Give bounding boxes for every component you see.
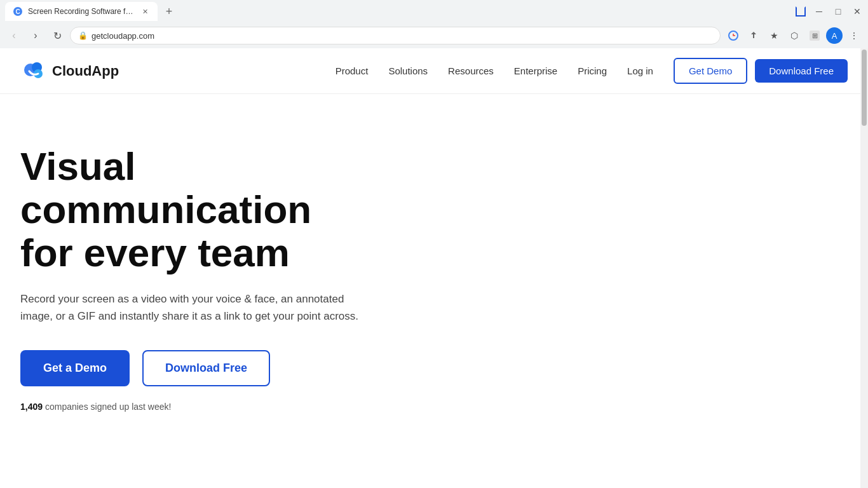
browser-tab[interactable]: C Screen Recording Software for M ✕ (5, 2, 158, 21)
nav-link-enterprise[interactable]: Enterprise (514, 65, 557, 76)
browser-titlebar: C Screen Recording Software for M ✕ + ─ … (0, 0, 868, 23)
share-icon[interactable] (745, 27, 763, 44)
scrollbar-thumb[interactable] (862, 50, 867, 126)
nav-link-solutions[interactable]: Solutions (388, 65, 428, 76)
hero-subtitle: Record your screen as a video with your … (20, 290, 363, 325)
logo[interactable]: CloudApp (20, 58, 119, 84)
browser-chrome: C Screen Recording Software for M ✕ + ─ … (0, 0, 868, 48)
forward-button[interactable]: › (27, 27, 44, 44)
tab-close-button[interactable]: ✕ (140, 6, 150, 17)
logo-text: CloudApp (52, 63, 119, 79)
hero-section: Visual communication for every team Reco… (0, 94, 445, 437)
svg-text:⊞: ⊞ (812, 32, 818, 39)
profile-picture-icon[interactable]: ⊞ (806, 27, 824, 44)
new-tab-button[interactable]: + (160, 3, 178, 20)
minimize-button[interactable]: ─ (813, 6, 825, 17)
loading-indicator (796, 6, 806, 17)
close-button[interactable]: ✕ (851, 6, 863, 17)
hero-download-free-button[interactable]: Download Free (142, 350, 270, 386)
social-proof-count: 1,409 (20, 402, 43, 412)
nav-get-demo-button[interactable]: Get Demo (674, 58, 747, 84)
browser-toolbar: ‹ › ↻ 🔒 getcloudapp.com ★ ⬡ ⊞ A ⋮ (0, 23, 868, 48)
address-bar[interactable]: 🔒 getcloudapp.com (70, 27, 721, 44)
toolbar-actions: ★ ⬡ ⊞ A ⋮ (724, 27, 863, 44)
extensions-icon[interactable]: ⬡ (785, 27, 803, 44)
nav-link-pricing[interactable]: Pricing (578, 65, 607, 76)
website-content: CloudApp Product Solutions Resources Ent… (0, 48, 868, 488)
hero-title-line2: for every team (20, 231, 290, 274)
logo-icon (20, 58, 46, 84)
nav-actions: Get Demo Download Free (674, 58, 848, 84)
navbar: CloudApp Product Solutions Resources Ent… (0, 48, 868, 94)
social-proof-text: companies signed up last week! (43, 402, 171, 412)
nav-links: Product Solutions Resources Enterprise P… (336, 65, 653, 77)
maximize-button[interactable]: □ (832, 6, 844, 17)
google-icon[interactable] (724, 27, 742, 44)
window-controls: ─ □ ✕ (796, 6, 863, 17)
nav-link-product[interactable]: Product (336, 65, 369, 76)
scrollbar[interactable] (860, 48, 868, 488)
hero-title: Visual communication for every team (20, 145, 424, 275)
reload-button[interactable]: ↻ (48, 27, 66, 44)
hero-get-demo-button[interactable]: Get a Demo (20, 350, 130, 386)
nav-link-resources[interactable]: Resources (448, 65, 494, 76)
menu-button[interactable]: ⋮ (845, 27, 863, 44)
address-text: getcloudapp.com (92, 31, 154, 41)
nav-link-login[interactable]: Log in (627, 65, 653, 76)
hero-social-proof: 1,409 companies signed up last week! (20, 402, 424, 412)
tab-title: Screen Recording Software for M (28, 7, 135, 16)
hero-title-line1: Visual communication (20, 144, 311, 231)
svg-text:C: C (15, 8, 20, 15)
bookmark-icon[interactable]: ★ (765, 27, 783, 44)
back-button[interactable]: ‹ (5, 27, 23, 44)
profile-button[interactable]: A (826, 27, 843, 44)
tab-favicon: C (13, 6, 23, 17)
nav-download-free-button[interactable]: Download Free (755, 59, 848, 83)
lock-icon: 🔒 (78, 31, 88, 40)
hero-buttons: Get a Demo Download Free (20, 350, 424, 386)
